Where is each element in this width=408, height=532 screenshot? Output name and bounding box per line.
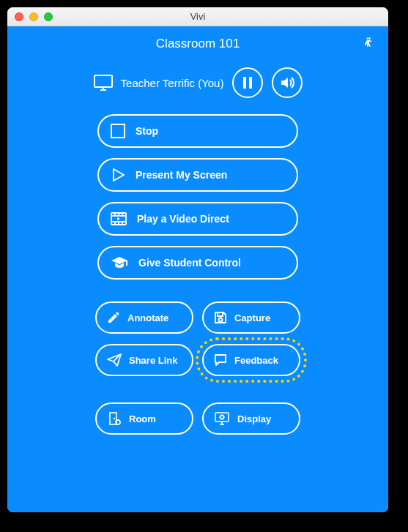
feedback-button[interactable]: Feedback xyxy=(202,344,300,376)
page-title: Classroom 101 xyxy=(7,26,388,59)
video-label: Play a Video Direct xyxy=(137,213,229,225)
traffic-lights xyxy=(15,12,53,21)
close-icon[interactable] xyxy=(15,12,23,21)
capture-button[interactable]: Capture xyxy=(202,301,300,334)
stop-button[interactable]: Stop xyxy=(97,114,298,148)
monitor-icon xyxy=(93,74,114,91)
share-label: Share Link xyxy=(129,355,177,366)
user-label: Teacher Terrific (You) xyxy=(93,74,224,91)
minimize-icon[interactable] xyxy=(29,12,38,21)
settings-row: Room Display xyxy=(95,402,300,435)
svg-rect-0 xyxy=(94,75,112,87)
display-label: Display xyxy=(237,413,271,424)
play-icon xyxy=(111,168,125,182)
svg-rect-20 xyxy=(215,413,229,422)
user-name: Teacher Terrific (You) xyxy=(121,77,224,89)
annotate-label: Annotate xyxy=(127,312,168,323)
display-button[interactable]: Display xyxy=(202,402,300,435)
paper-plane-icon xyxy=(107,353,122,367)
svg-rect-5 xyxy=(111,124,125,138)
film-icon xyxy=(111,212,127,225)
present-button[interactable]: Present My Screen xyxy=(97,158,298,192)
exit-icon[interactable] xyxy=(360,35,375,50)
annotate-button[interactable]: Annotate xyxy=(95,301,193,334)
pause-icon xyxy=(242,77,253,89)
app-body: Classroom 101 Teacher Terrific (You) xyxy=(7,26,388,512)
room-button[interactable]: Room xyxy=(95,402,193,435)
pencil-icon xyxy=(107,311,120,324)
user-row: Teacher Terrific (You) xyxy=(7,67,388,98)
present-label: Present My Screen xyxy=(136,169,227,181)
svg-rect-3 xyxy=(243,77,246,89)
pause-button[interactable] xyxy=(232,67,263,98)
svg-point-18 xyxy=(114,419,115,419)
svg-rect-4 xyxy=(249,77,252,89)
svg-point-16 xyxy=(219,318,223,322)
feedback-highlight: Feedback xyxy=(202,344,300,376)
chat-icon xyxy=(214,353,227,367)
svg-point-23 xyxy=(220,416,224,419)
volume-button[interactable] xyxy=(272,67,303,98)
stop-label: Stop xyxy=(136,125,158,137)
feedback-label: Feedback xyxy=(234,355,278,366)
share-link-button[interactable]: Share Link xyxy=(95,344,193,376)
room-label: Room xyxy=(129,413,156,424)
save-icon xyxy=(214,311,227,324)
svg-rect-15 xyxy=(218,312,223,316)
capture-label: Capture xyxy=(234,312,270,323)
student-label: Give Student Control xyxy=(138,257,241,269)
tools-grid: Annotate Capture Share Link Fe xyxy=(95,301,300,376)
video-button[interactable]: Play a Video Direct xyxy=(97,202,298,236)
graduation-cap-icon xyxy=(111,256,128,269)
student-control-button[interactable]: Give Student Control xyxy=(97,246,298,280)
maximize-icon[interactable] xyxy=(44,12,53,21)
app-window: Vivi Classroom 101 Teacher Terrific (You… xyxy=(7,7,388,512)
main-actions: Stop Present My Screen Play a Video Dire… xyxy=(7,114,388,280)
volume-icon xyxy=(280,76,294,89)
door-gear-icon xyxy=(107,411,122,426)
display-gear-icon xyxy=(214,411,230,426)
titlebar: Vivi xyxy=(7,7,388,26)
stop-icon xyxy=(111,124,125,138)
window-title: Vivi xyxy=(7,11,388,22)
